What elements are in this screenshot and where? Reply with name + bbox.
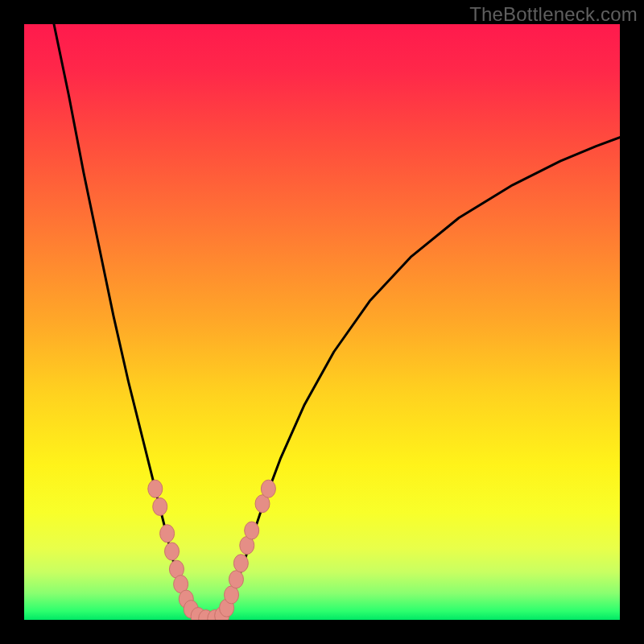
plot-area — [24, 24, 620, 620]
sample-marker — [225, 586, 239, 604]
sample-marker — [261, 480, 275, 497]
chart-frame: TheBottleneck.com — [0, 0, 644, 644]
sample-marker — [229, 571, 243, 588]
sample-marker — [153, 497, 167, 515]
sample-marker — [160, 525, 175, 543]
watermark-text: TheBottleneck.com — [469, 3, 638, 26]
sample-markers — [148, 480, 276, 620]
curve-layer — [24, 24, 620, 620]
sample-marker — [245, 522, 259, 539]
sample-marker — [233, 555, 248, 572]
sample-marker — [148, 480, 163, 497]
sample-marker — [165, 543, 180, 560]
bottleneck-curve — [54, 24, 620, 620]
